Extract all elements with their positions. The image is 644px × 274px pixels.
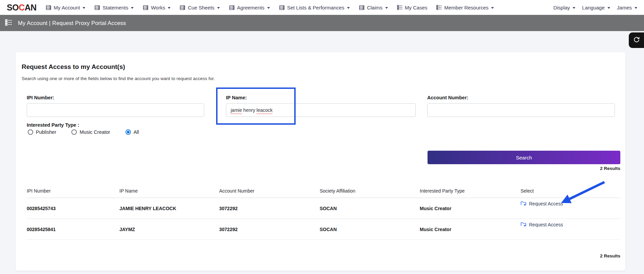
cell-ipi: 00285425743: [27, 206, 119, 211]
side-feedback-button[interactable]: [629, 32, 644, 48]
radio-option-label: Publisher: [36, 129, 56, 135]
chevron-down-icon: [573, 7, 575, 9]
results-table: IPI NumberIP NameAccount NumberSociety A…: [27, 184, 620, 240]
interested-party-type-group: PublisherMusic CreatorAll: [28, 129, 139, 135]
column-header-account-number: Account Number: [219, 188, 320, 194]
nav-item-my-account[interactable]: My Account: [46, 5, 86, 10]
breadcrumb: My Account | Request Proxy Portal Access: [18, 20, 126, 26]
request-access-icon: [521, 221, 527, 228]
nav-item-works[interactable]: Works: [143, 5, 170, 10]
request-access-link[interactable]: Request Access: [521, 219, 620, 228]
chevron-down-icon: [217, 7, 220, 9]
menu-box-icon: [359, 5, 365, 10]
menu-box-icon: [143, 5, 148, 10]
column-header-society-affiliation: Society Affiliation: [320, 188, 420, 194]
menu-box-icon: [279, 5, 285, 10]
ipi-number-input[interactable]: [27, 103, 204, 117]
chevron-down-icon: [83, 7, 85, 9]
nav-item-set-lists-and-performances[interactable]: Set Lists & Performances: [279, 5, 350, 10]
table-body: 00285425743JAMIE HENRY LEACOCK3072292SOC…: [27, 198, 620, 240]
chevron-down-icon: [385, 7, 388, 9]
ip-name-field: IP Name: jamie henry leacock: [226, 95, 416, 117]
account-number-label: Account Number:: [427, 95, 615, 100]
nav-item-claims[interactable]: Claims: [359, 5, 388, 10]
chevron-down-icon: [491, 7, 494, 9]
radio-selected-icon: [125, 129, 131, 135]
nav-item-label: Display: [553, 5, 570, 10]
ip-name-value-part: jamie: [231, 107, 242, 113]
cell-name: JAYMZ: [119, 227, 219, 232]
nav-item-display[interactable]: Display: [553, 5, 575, 10]
search-button[interactable]: Search: [428, 151, 620, 164]
results-count-top: 2 Results: [600, 166, 620, 171]
column-header-select: Select: [521, 188, 620, 194]
ip-name-value-part: henry: [242, 107, 256, 113]
column-header-interested-party-type: Interested Party Type: [420, 188, 521, 194]
menu-box-icon: [180, 5, 185, 10]
radio-option-all[interactable]: All: [125, 129, 139, 135]
list-icon: [5, 19, 12, 27]
chevron-down-icon: [635, 7, 637, 9]
nav-item-label: My Cases: [405, 5, 428, 10]
chevron-down-icon: [131, 7, 134, 9]
cell-society: SOCAN: [320, 227, 420, 232]
refresh-icon: [633, 36, 640, 45]
nav-item-member-resources[interactable]: Member Resources: [436, 5, 494, 10]
radio-option-label: Music Creator: [79, 129, 110, 135]
table-row: 00285425841JAYMZ3072292SOCANMusic Creato…: [27, 219, 620, 240]
account-number-input[interactable]: [427, 103, 615, 117]
table-row: 00285425743JAMIE HENRY LEACOCK3072292SOC…: [27, 198, 620, 219]
nav-item-agreements[interactable]: Agreements: [229, 5, 270, 10]
ip-name-input[interactable]: jamie henry leacock: [226, 103, 416, 117]
request-access-label: Request Access: [529, 201, 563, 206]
request-access-panel: Request Access to my Account(s) Search u…: [16, 52, 625, 271]
ipi-number-field: IPI Number:: [27, 95, 204, 117]
chevron-down-icon: [267, 7, 270, 9]
cell-society: SOCAN: [320, 206, 420, 211]
nav-item-label: Cue Sheets: [188, 5, 214, 10]
nav-item-label: Works: [151, 5, 165, 10]
nav-menu-right: DisplayLanguageJames: [547, 5, 637, 10]
nav-item-label: Language: [582, 5, 605, 10]
nav-item-label: Statements: [102, 5, 128, 10]
cell-account: 3072292: [219, 227, 320, 232]
radio-option-publisher[interactable]: Publisher: [28, 129, 56, 135]
request-access-icon: [521, 200, 527, 207]
radio-unselected-icon: [28, 129, 33, 135]
nav-item-cue-sheets[interactable]: Cue Sheets: [180, 5, 220, 10]
chevron-down-icon: [347, 7, 350, 9]
chevron-down-icon: [168, 7, 170, 9]
cell-type: Music Creator: [420, 227, 521, 232]
column-header-ip-name: IP Name: [119, 188, 219, 194]
nav-menu: My AccountStatementsWorksCue SheetsAgree…: [37, 5, 494, 10]
chevron-down-icon: [607, 7, 610, 9]
column-header-ipi-number: IPI Number: [27, 188, 119, 194]
page-subtitle: Search using one or more of the fields b…: [22, 76, 215, 81]
results-count-bottom: 2 Results: [600, 253, 620, 258]
table-header-row: IPI NumberIP NameAccount NumberSociety A…: [27, 184, 620, 198]
nav-item-james[interactable]: James: [617, 5, 637, 10]
ip-name-value-part: leacock: [256, 107, 272, 113]
cell-name: JAMIE HENRY LEACOCK: [119, 206, 219, 211]
nav-item-statements[interactable]: Statements: [94, 5, 134, 10]
account-number-field: Account Number:: [427, 95, 615, 117]
list-icon: [436, 5, 442, 10]
nav-item-language[interactable]: Language: [582, 5, 610, 10]
menu-box-icon: [94, 5, 100, 10]
radio-option-label: All: [134, 129, 139, 135]
menu-box-icon: [229, 5, 235, 10]
breadcrumb-bar: My Account | Request Proxy Portal Access: [0, 15, 644, 31]
nav-item-my-cases[interactable]: My Cases: [397, 5, 428, 10]
radio-option-music-creator[interactable]: Music Creator: [71, 129, 110, 135]
socan-logo[interactable]: SOCAN: [7, 3, 37, 13]
list-icon: [397, 5, 402, 10]
cell-ipi: 00285425841: [27, 227, 119, 232]
ipi-number-label: IPI Number:: [27, 95, 204, 100]
request-access-link[interactable]: Request Access: [521, 198, 620, 207]
nav-item-label: Agreements: [237, 5, 264, 10]
top-navigation: SOCAN My AccountStatementsWorksCue Sheet…: [0, 0, 644, 15]
radio-unselected-icon: [71, 129, 77, 135]
interested-party-type-label: Interested Party Type :: [27, 122, 79, 128]
nav-item-label: Set Lists & Performances: [287, 5, 344, 10]
request-access-label: Request Access: [529, 222, 563, 227]
